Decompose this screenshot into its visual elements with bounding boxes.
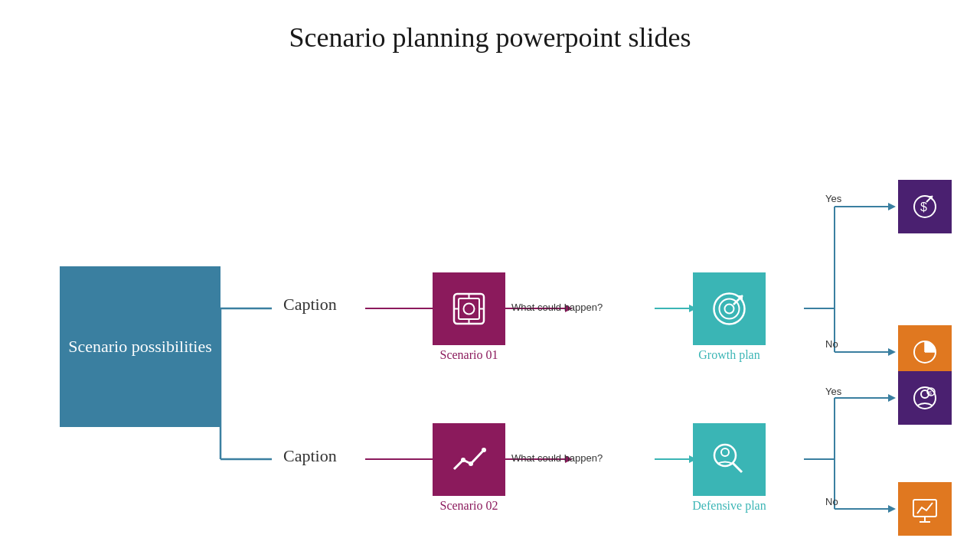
svg-marker-26 bbox=[888, 505, 896, 513]
page-title: Scenario planning powerpoint slides bbox=[0, 0, 980, 61]
yes-1-icon: $ bbox=[910, 191, 940, 222]
scenario-box-label: Scenario possibilities bbox=[68, 336, 212, 358]
svg-rect-28 bbox=[459, 298, 479, 319]
defensive-plan-label: Defensive plan bbox=[670, 499, 789, 513]
svg-text:$: $ bbox=[929, 390, 932, 396]
scenario-02-icon-box bbox=[433, 423, 505, 496]
defensive-plan-icon-box bbox=[693, 423, 766, 496]
caption-2: Caption bbox=[283, 446, 337, 466]
what-could-happen-1: What could happen? bbox=[511, 302, 603, 313]
no-1-icon bbox=[910, 337, 940, 367]
yes-1-icon-box: $ bbox=[898, 180, 952, 233]
no-label-2: No bbox=[825, 496, 838, 507]
yes-label-1: Yes bbox=[825, 193, 841, 204]
caption-1: Caption bbox=[283, 295, 337, 315]
svg-point-36 bbox=[725, 305, 734, 314]
svg-line-51 bbox=[733, 463, 742, 472]
scenario-02-label: Scenario 02 bbox=[433, 499, 505, 513]
svg-text:$: $ bbox=[920, 201, 927, 214]
svg-marker-14 bbox=[888, 348, 896, 356]
scenario-01-label: Scenario 01 bbox=[433, 348, 505, 362]
scenario-possibilities-box: Scenario possibilities bbox=[60, 266, 220, 427]
svg-point-48 bbox=[482, 448, 486, 452]
defensive-plan-icon bbox=[708, 439, 750, 481]
growth-plan-icon-box bbox=[693, 272, 766, 345]
svg-rect-56 bbox=[913, 500, 936, 517]
svg-point-29 bbox=[464, 304, 475, 315]
yes-label-2: Yes bbox=[825, 386, 841, 397]
yes-2-icon-box: $ bbox=[898, 371, 952, 425]
no-2-icon-box bbox=[898, 482, 952, 536]
no-2-icon bbox=[910, 494, 940, 524]
growth-plan-icon bbox=[708, 288, 750, 330]
growth-plan-label: Growth plan bbox=[674, 348, 785, 362]
diagram-container: Scenario possibilities Caption Scenario … bbox=[0, 61, 980, 551]
svg-marker-12 bbox=[888, 203, 896, 210]
what-could-happen-2: What could happen? bbox=[511, 452, 603, 464]
no-label-1: No bbox=[825, 338, 838, 350]
svg-marker-24 bbox=[888, 394, 896, 402]
scenario-02-icon bbox=[448, 439, 490, 481]
svg-point-46 bbox=[461, 458, 466, 462]
scenario-01-icon bbox=[448, 288, 490, 330]
yes-2-icon: $ bbox=[910, 383, 940, 413]
svg-point-50 bbox=[721, 448, 729, 456]
svg-point-47 bbox=[469, 461, 473, 466]
scenario-01-icon-box bbox=[433, 272, 505, 345]
